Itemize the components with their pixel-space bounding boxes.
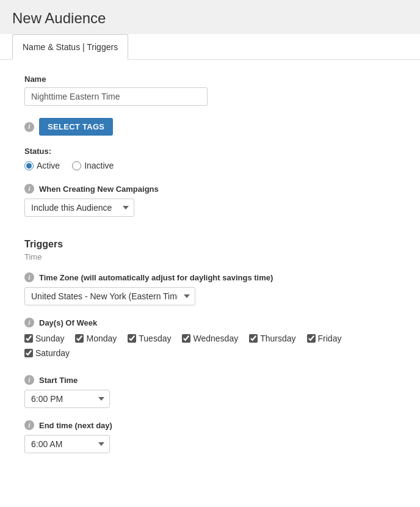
- name-input[interactable]: [24, 87, 208, 106]
- triggers-sub: Time: [24, 252, 396, 261]
- campaigns-label: When Creating New Campaigns: [39, 184, 159, 194]
- status-label: Status:: [24, 147, 396, 156]
- name-label: Name: [24, 75, 396, 84]
- status-active-text: Active: [37, 161, 60, 170]
- days-section: i Day(s) Of Week Sunday Monday Tuesday W…: [24, 318, 396, 363]
- days-label: Day(s) Of Week: [39, 318, 97, 327]
- campaigns-dropdown[interactable]: Include this Audience Exclude this Audie…: [24, 199, 134, 217]
- select-tags-row: i SELECT TAGS: [24, 118, 396, 136]
- status-active-radio[interactable]: [24, 161, 34, 170]
- status-active-label[interactable]: Active: [24, 161, 60, 170]
- main-content: Name i SELECT TAGS Status: Active Inacti…: [0, 60, 420, 507]
- end-time-label: End time (next day): [39, 421, 112, 430]
- status-section: Status: Active Inactive: [24, 147, 396, 170]
- campaigns-info-icon: i: [24, 184, 34, 194]
- status-inactive-text: Inactive: [84, 161, 114, 170]
- select-tags-button[interactable]: SELECT TAGS: [39, 118, 113, 136]
- day-thursday-text: Thursday: [260, 334, 295, 343]
- day-thursday-checkbox[interactable]: [249, 334, 258, 343]
- timezone-section: i Time Zone (will automatically adjust f…: [24, 272, 396, 305]
- end-time-section: i End time (next day) 12:00 AM 1:00 AM 2…: [24, 420, 396, 453]
- end-time-dropdown[interactable]: 12:00 AM 1:00 AM 2:00 AM 3:00 AM 4:00 AM…: [24, 435, 110, 453]
- day-tuesday-label[interactable]: Tuesday: [128, 334, 171, 343]
- timezone-info-icon: i: [24, 272, 34, 282]
- day-friday-checkbox[interactable]: [307, 334, 316, 343]
- day-sunday-checkbox[interactable]: [24, 334, 33, 343]
- start-time-title-row: i Start Time: [24, 375, 396, 385]
- campaigns-title-row: i When Creating New Campaigns: [24, 184, 396, 194]
- tab-bar: Name & Status | Triggers: [0, 34, 420, 60]
- start-time-dropdown[interactable]: 12:00 AM 1:00 AM 2:00 AM 3:00 AM 4:00 AM…: [24, 390, 110, 408]
- day-wednesday-checkbox[interactable]: [182, 334, 190, 343]
- tab-name-status-triggers[interactable]: Name & Status | Triggers: [12, 34, 128, 60]
- start-time-section: i Start Time 12:00 AM 1:00 AM 2:00 AM 3:…: [24, 375, 396, 408]
- day-friday-label[interactable]: Friday: [307, 334, 342, 343]
- page-title: New Audience: [0, 0, 420, 34]
- day-friday-text: Friday: [318, 334, 342, 343]
- status-inactive-radio[interactable]: [72, 161, 81, 170]
- timezone-label: Time Zone (will automatically adjust for…: [39, 273, 273, 282]
- day-monday-label[interactable]: Monday: [75, 334, 117, 343]
- timezone-dropdown[interactable]: United States - New York (Eastern Time) …: [24, 287, 195, 305]
- status-radio-group: Active Inactive: [24, 161, 396, 170]
- day-tuesday-checkbox[interactable]: [128, 334, 136, 343]
- day-wednesday-label[interactable]: Wednesday: [182, 334, 238, 343]
- day-saturday-checkbox[interactable]: [24, 349, 33, 357]
- campaigns-section: i When Creating New Campaigns Include th…: [24, 184, 396, 217]
- end-time-info-icon: i: [24, 420, 34, 430]
- day-tuesday-text: Tuesday: [139, 334, 171, 343]
- day-wednesday-text: Wednesday: [193, 334, 238, 343]
- spacer: [24, 229, 396, 239]
- timezone-title-row: i Time Zone (will automatically adjust f…: [24, 272, 396, 282]
- days-checkboxes-row: Sunday Monday Tuesday Wednesday Thursday…: [24, 334, 396, 363]
- day-monday-checkbox[interactable]: [75, 334, 84, 343]
- triggers-heading: Triggers: [24, 239, 396, 250]
- day-sunday-text: Sunday: [35, 334, 64, 343]
- end-time-title-row: i End time (next day): [24, 420, 396, 430]
- start-time-label: Start Time: [39, 376, 78, 385]
- select-tags-info-icon: i: [24, 122, 34, 132]
- day-thursday-label[interactable]: Thursday: [249, 334, 295, 343]
- days-info-icon: i: [24, 318, 34, 327]
- day-saturday-text: Saturday: [35, 348, 70, 358]
- status-inactive-label[interactable]: Inactive: [72, 161, 114, 170]
- days-title-row: i Day(s) Of Week: [24, 318, 396, 327]
- start-time-info-icon: i: [24, 375, 34, 385]
- day-sunday-label[interactable]: Sunday: [24, 334, 64, 343]
- day-monday-text: Monday: [86, 334, 117, 343]
- day-saturday-label[interactable]: Saturday: [24, 348, 70, 358]
- name-field-group: Name: [24, 75, 396, 106]
